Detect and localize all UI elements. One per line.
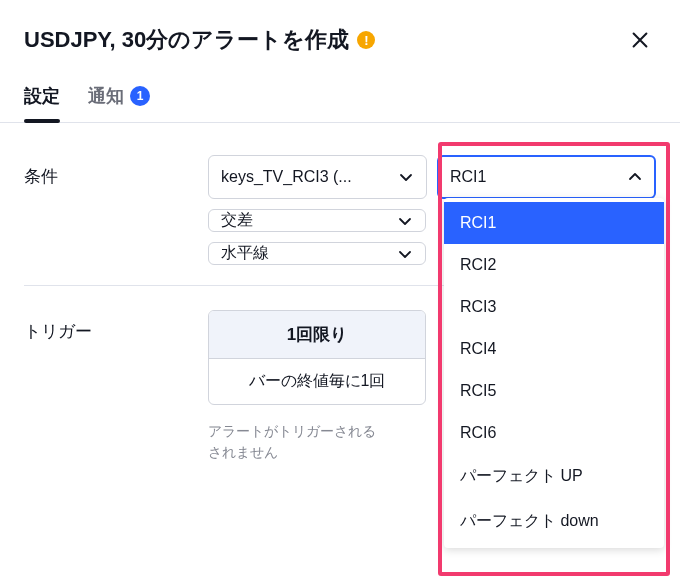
dropdown-option[interactable]: RCI6 [444, 412, 664, 454]
hline-select-value: 水平線 [221, 243, 269, 264]
chevron-down-icon [397, 213, 413, 229]
indicator-select[interactable]: keys_TV_RCI3 (... [208, 155, 427, 199]
close-button[interactable] [624, 24, 656, 56]
line-select[interactable]: RCI1 [437, 155, 656, 199]
cross-select[interactable]: 交差 [208, 209, 426, 232]
trigger-mode-group[interactable]: 1回限り バーの終値毎に1回 [208, 310, 426, 405]
line-dropdown[interactable]: RCI1RCI2RCI3RCI4RCI5RCI6パーフェクト UPパーフェクト … [444, 198, 664, 548]
close-icon [629, 29, 651, 51]
line-select-value: RCI1 [450, 168, 486, 186]
warning-icon: ! [357, 31, 375, 49]
dropdown-option[interactable]: パーフェクト UP [444, 454, 664, 499]
indicator-select-value: keys_TV_RCI3 (... [221, 168, 352, 186]
chevron-down-icon [397, 246, 413, 262]
cross-select-value: 交差 [221, 210, 253, 231]
chevron-down-icon [398, 169, 414, 185]
chevron-up-icon [627, 169, 643, 185]
dialog-title: USDJPY, 30分のアラートを作成 [24, 25, 349, 55]
trigger-timing[interactable]: バーの終値毎に1回 [209, 358, 425, 404]
dropdown-option[interactable]: RCI5 [444, 370, 664, 412]
dropdown-option[interactable]: パーフェクト down [444, 499, 664, 544]
tab-settings-label: 設定 [24, 84, 60, 108]
trigger-mode-once[interactable]: 1回限り [209, 311, 425, 358]
trigger-hint: アラートがトリガーされる されません [208, 415, 426, 463]
tab-notify-badge: 1 [130, 86, 150, 106]
dropdown-option[interactable]: RCI4 [444, 328, 664, 370]
trigger-label: トリガー [24, 310, 184, 343]
dropdown-option[interactable]: RCI3 [444, 286, 664, 328]
tab-notify-label: 通知 [88, 84, 124, 108]
hline-select[interactable]: 水平線 [208, 242, 426, 265]
tab-notify[interactable]: 通知 1 [88, 72, 150, 122]
dropdown-option[interactable]: RCI1 [444, 202, 664, 244]
tab-settings[interactable]: 設定 [24, 72, 60, 122]
dropdown-option[interactable]: RCI2 [444, 244, 664, 286]
condition-label: 条件 [24, 155, 184, 188]
